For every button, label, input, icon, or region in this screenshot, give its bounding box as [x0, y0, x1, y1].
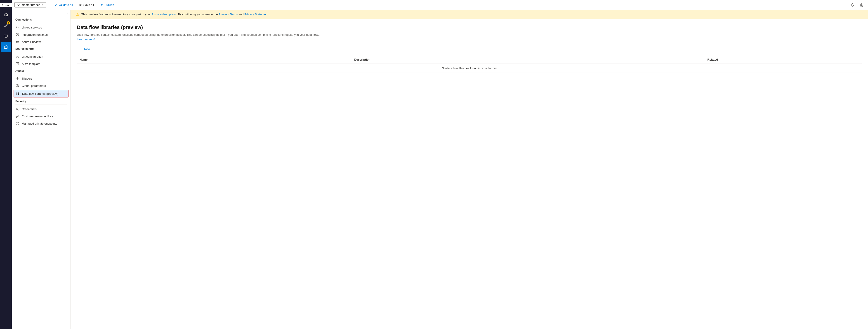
expand-button[interactable]: Expand [0, 3, 12, 7]
page-title: Data flow libraries (preview) [77, 24, 862, 30]
empty-message: No data flow libraries found in your fac… [77, 64, 862, 73]
validate-icon [54, 3, 57, 6]
connections-section: Connections Linked services [12, 16, 70, 46]
link-icon [16, 25, 20, 29]
author-section: Author Triggers [12, 67, 70, 98]
eye-icon [16, 40, 20, 44]
table-header: Name Description Related [77, 56, 862, 64]
sidebar: « Connections Linked services [12, 10, 70, 329]
sidebar-item-azure-purview[interactable]: Azure Purview [12, 38, 70, 46]
linked-services-label: Linked services [22, 26, 42, 29]
collapse-button[interactable]: « [12, 10, 70, 16]
sidebar-item-linked-services[interactable]: Linked services [12, 24, 70, 31]
sidebar-item-author[interactable]: 1 [1, 20, 11, 30]
privacy-statement-link[interactable]: Privacy Statement [244, 13, 268, 16]
save-icon [79, 3, 82, 6]
col-header-description: Description [351, 56, 705, 64]
data-table: Name Description Related No data flow li… [77, 56, 862, 73]
sidebar-item-manage[interactable] [1, 42, 11, 52]
arm-icon [16, 62, 20, 66]
dropdown-chevron-icon [41, 4, 44, 6]
sidebar-item-arm-template[interactable]: ARM template [12, 60, 70, 67]
runtime-icon [16, 33, 20, 37]
security-header: Security [12, 98, 70, 104]
global-parameters-label: Global parameters [22, 84, 46, 88]
add-icon [80, 48, 83, 51]
params-icon [16, 84, 20, 88]
toolbar: master branch Validate all Save all Publ [12, 0, 868, 10]
publish-button[interactable]: Publish [98, 2, 116, 8]
git-configuration-label: Git configuration [22, 55, 43, 58]
main-panel: ⚠ This preview feature is licensed to yo… [70, 10, 868, 329]
branch-label: master branch [22, 3, 40, 6]
refresh-icon [850, 3, 855, 7]
learn-more-link[interactable]: Learn more ↗ [77, 37, 95, 41]
data-flow-libraries-label: Data flow libraries (preview) [22, 92, 58, 95]
trigger-icon [16, 77, 20, 81]
key-icon [16, 114, 20, 118]
branch-icon [17, 3, 20, 6]
content-area: « Connections Linked services [12, 10, 868, 329]
endpoint-icon [16, 121, 20, 125]
validate-all-button[interactable]: Validate all [52, 2, 75, 8]
author-badge: 1 [7, 21, 10, 24]
warning-icon: ⚠ [76, 12, 79, 17]
col-header-name: Name [77, 56, 351, 64]
sidebar-item-managed-private-endpoints[interactable]: Managed private endpoints [12, 120, 70, 127]
settings-icon [860, 3, 864, 7]
triggers-label: Triggers [22, 77, 32, 80]
page-description: Data flow libraries contain custom funct… [77, 33, 326, 41]
branch-selector[interactable]: master branch [14, 2, 46, 7]
author-header: Author [12, 67, 70, 73]
sidebar-item-git-configuration[interactable]: Git configuration [12, 53, 70, 60]
arm-template-label: ARM template [22, 62, 40, 66]
preview-terms-link[interactable]: Preview Terms [219, 13, 238, 16]
azure-subscription-link[interactable]: Azure subscription [151, 13, 176, 16]
sidebar-item-triggers[interactable]: Triggers [12, 75, 70, 82]
col-header-related: Related [705, 56, 862, 64]
table-body: No data flow libraries found in your fac… [77, 64, 862, 73]
save-all-button[interactable]: Save all [77, 2, 96, 8]
sidebar-item-global-parameters[interactable]: Global parameters [12, 82, 70, 89]
managed-private-endpoints-label: Managed private endpoints [22, 122, 57, 125]
sidebar-item-integration-runtimes[interactable]: Integration runtimes [12, 31, 70, 38]
git-icon [16, 55, 20, 59]
sidebar-item-data-flow-libraries[interactable]: Data flow libraries (preview) [13, 90, 68, 97]
azure-purview-label: Azure Purview [22, 40, 41, 43]
customer-managed-key-label: Customer managed key [22, 115, 53, 118]
credentials-icon [16, 107, 20, 111]
sidebar-item-home[interactable] [1, 9, 11, 20]
new-button[interactable]: New [77, 46, 93, 52]
connections-divider [16, 23, 67, 23]
security-section: Security Credentials [12, 98, 70, 127]
settings-button[interactable] [858, 1, 865, 8]
credentials-label: Credentials [22, 108, 37, 111]
refresh-button[interactable] [849, 1, 856, 8]
icon-rail: Expand 1 [0, 0, 12, 329]
dataflow-icon [16, 92, 20, 96]
sidebar-item-monitor[interactable] [1, 31, 11, 41]
sidebar-item-credentials[interactable]: Credentials [12, 106, 70, 113]
warning-banner: ⚠ This preview feature is licensed to yo… [70, 10, 868, 19]
svg-point-4 [17, 109, 18, 109]
source-control-section: Source control Git configuration [12, 46, 70, 67]
integration-runtimes-label: Integration runtimes [22, 33, 48, 36]
table-empty-row: No data flow libraries found in your fac… [77, 64, 862, 73]
page-content: Data flow libraries (preview) Data flow … [70, 19, 868, 329]
security-divider [16, 104, 67, 104]
svg-point-2 [17, 86, 18, 87]
connections-header: Connections [12, 16, 70, 22]
source-control-header: Source control [12, 46, 70, 51]
publish-icon [100, 3, 103, 6]
sidebar-item-customer-managed-key[interactable]: Customer managed key [12, 113, 70, 120]
warning-text: This preview feature is licensed to you … [81, 13, 270, 16]
main-container: master branch Validate all Save all Publ [12, 0, 868, 329]
